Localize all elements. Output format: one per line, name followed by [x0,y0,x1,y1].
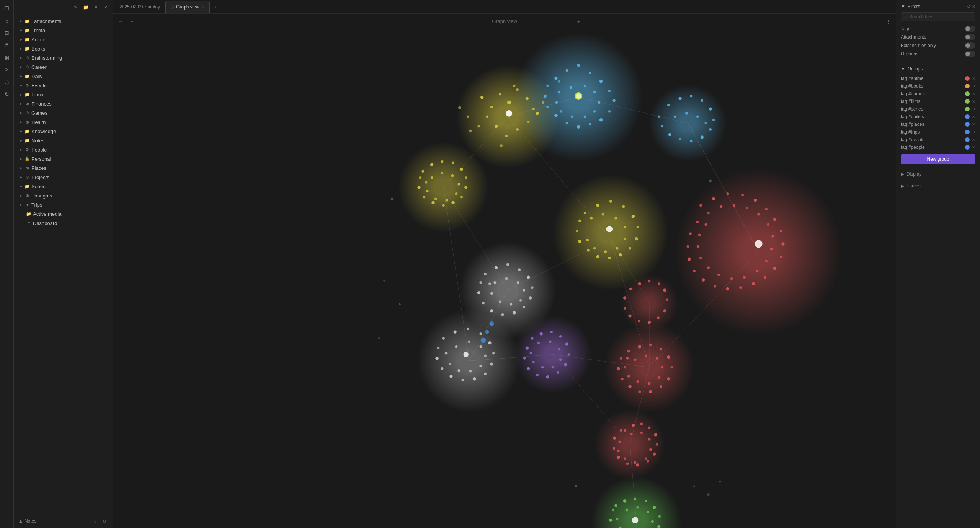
group-remove-btn[interactable]: ✕ [972,114,975,119]
svg-point-265 [645,500,647,502]
graph-canvas[interactable] [113,14,896,528]
svg-point-116 [590,217,593,220]
sidebar-item-health[interactable]: ▶ ⊕ Health [15,117,111,127]
group-remove-btn[interactable]: ✕ [972,76,975,81]
collapse-chevron-icon: ▼ [901,66,905,72]
forward-btn[interactable]: → [127,17,136,26]
graph-area[interactable]: ← → Graph view ⋮ [113,14,896,528]
chevron-icon: ▶ [18,202,23,207]
group-remove-btn[interactable]: ✕ [972,130,975,135]
filters-refresh-btn[interactable]: ↺ [967,4,970,9]
files-icon[interactable]: ❐ [2,3,12,14]
svg-point-344 [457,183,460,186]
svg-point-202 [765,208,768,210]
group-color-dot [965,76,970,81]
filter-existing-toggle[interactable] [965,42,975,49]
sidebar-item-personal[interactable]: ▶ 🔒 Personal [15,154,111,163]
forces-header[interactable]: ▶ Forces [901,183,975,189]
sidebar-item-finances[interactable]: ▶ ⊕ Finances [15,99,111,108]
terminal-icon[interactable]: > [2,64,12,75]
filters-close-btn[interactable]: ✕ [972,4,975,9]
svg-point-102 [596,204,599,207]
tab-graph[interactable]: ⊡ Graph view ✕ [165,1,210,13]
svg-point-197 [699,204,702,207]
sidebar-item-places[interactable]: ▶ ⊕ Places [15,163,111,173]
svg-point-236 [704,223,707,226]
sidebar-item-trips[interactable]: ▶ ✈ Trips [15,200,111,209]
sidebar-item-brainstorming[interactable]: ▶ ⚙ Brainstorming [15,53,111,62]
folder-icon: 📁 [26,211,31,217]
filter-attachments-toggle[interactable] [965,34,975,40]
sidebar-item-knowledge[interactable]: ▶ 📁 Knowledge [15,127,111,136]
sidebar-item-thoughts[interactable]: ▶ ⊕ Thoughts [15,191,111,200]
groups-header[interactable]: ▼ Groups [901,66,975,72]
group-remove-btn[interactable]: ✕ [972,137,975,142]
filter-orphans-toggle[interactable] [965,51,975,57]
sidebar-item-daily[interactable]: ▶ 📁 Daily [15,72,111,81]
svg-point-105 [632,215,635,218]
group-remove-btn[interactable]: ✕ [972,91,975,96]
tags-icon[interactable]: # [2,40,12,51]
filter-tags-toggle[interactable] [965,26,975,32]
sidebar-item-notes[interactable]: ▶ 📁 Notes [15,136,111,145]
settings-btn[interactable]: ⚙ [101,517,108,525]
sidebar-item-films[interactable]: ▶ 📁 Films [15,90,111,99]
group-remove-btn[interactable]: ✕ [972,84,975,89]
sidebar-item-attachments[interactable]: ▶ 📁 _attachments [15,16,111,26]
svg-point-109 [619,253,622,256]
sidebar-item-series[interactable]: ▶ 📁 Series [15,182,111,191]
back-btn[interactable]: ← [116,17,126,26]
group-remove-btn[interactable]: ✕ [972,99,975,104]
new-folder-btn[interactable]: 📁 [82,3,90,11]
sidebar-item-games[interactable]: ▶ ⚙ Games [15,108,111,117]
sort-btn[interactable]: ≡ [91,3,100,11]
svg-point-126 [484,273,487,275]
sidebar-item-career[interactable]: ▶ ⚙ Career [15,62,111,72]
group-remove-btn[interactable]: ✕ [972,122,975,127]
svg-point-240 [649,344,652,346]
help-btn[interactable]: ? [91,517,99,525]
svg-point-98 [685,112,688,115]
sidebar-item-people[interactable]: ▶ ⚙ People [15,145,111,154]
new-tab-btn[interactable]: + [211,2,220,11]
calendar-icon[interactable]: ▦ [2,52,12,63]
sidebar-item-anime[interactable]: ▶ 📁 Anime [15,35,111,44]
svg-point-365 [640,432,643,434]
display-header[interactable]: ▶ Display [901,171,975,177]
bookmarks-icon[interactable]: ⊞ [2,28,12,38]
svg-point-203 [773,218,776,221]
new-note-btn[interactable]: ✎ [72,3,80,11]
new-group-button[interactable]: New group [901,154,975,164]
filters-header[interactable]: ▼ Filters ↺ ✕ [901,4,975,9]
close-sidebar-btn[interactable]: ✕ [101,3,110,11]
svg-point-234 [697,245,699,248]
svg-point-111 [596,255,599,258]
sidebar-item-active-media[interactable]: 📁 Active media [15,209,111,218]
svg-point-285 [632,517,639,523]
sidebar-item-events[interactable]: ▶ ⚙ Events [15,81,111,90]
sidebar-item-meta[interactable]: ▶ 📁 _meta [15,26,111,35]
group-color-dot [965,99,970,104]
svg-point-355 [656,443,658,446]
group-remove-btn[interactable]: ✕ [972,107,975,112]
group-remove-btn[interactable]: ✕ [972,145,975,150]
sidebar-item-dashboard[interactable]: ≡ Dashboard [15,218,111,228]
sidebar-item-projects[interactable]: ▶ ⚙ Projects [15,173,111,182]
graph-icon[interactable]: ◌ [2,77,12,87]
tab-close-btn[interactable]: ✕ [202,5,205,9]
search-input[interactable] [909,14,972,20]
svg-point-171 [445,352,448,355]
graph-menu-btn[interactable]: ⋮ [884,17,893,26]
search-icon[interactable]: ⌕ [2,15,12,26]
svg-point-119 [624,226,626,228]
chevron-icon: ▶ [18,120,23,124]
filter-search[interactable]: ⌕ [901,12,975,21]
svg-point-383 [628,314,631,317]
group-item-books: tag:#books ✕ [901,82,975,90]
filter-attachments-label: Attachments [901,34,926,40]
svg-point-347 [434,197,437,200]
group-color-dot [965,122,970,127]
tab-date[interactable]: 2025-02-09-Sunday [115,1,165,13]
sidebar-item-books[interactable]: ▶ 📁 Books [15,44,111,53]
sync-icon[interactable]: ↻ [2,89,12,99]
